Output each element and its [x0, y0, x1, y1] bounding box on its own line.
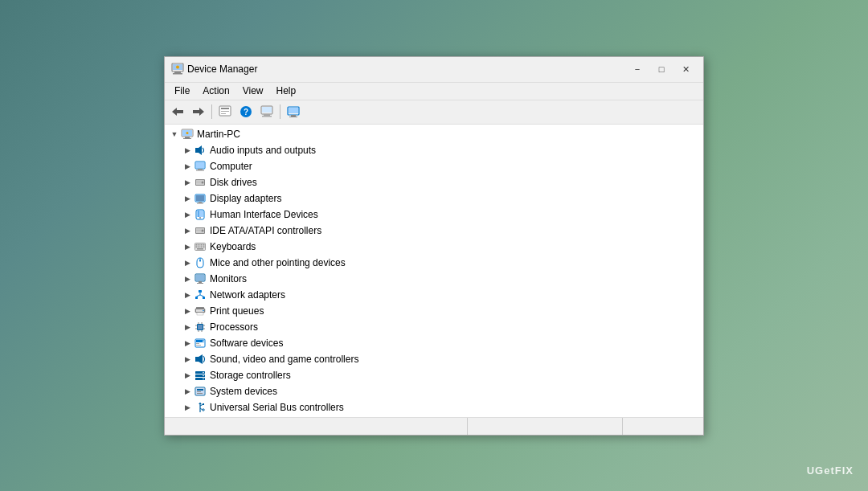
tree-item-processors[interactable]: ▶ Processors [165, 319, 703, 335]
svg-rect-101 [197, 391, 201, 392]
sound-chevron: ▶ [181, 353, 194, 366]
software-icon [194, 337, 207, 350]
root-chevron: ▼ [168, 128, 181, 141]
menu-help[interactable]: Help [270, 84, 303, 98]
device-tree[interactable]: ▼ Martin-PC ▶ [165, 125, 703, 417]
menu-view[interactable]: View [236, 84, 270, 98]
status-bar [165, 417, 703, 435]
svg-rect-16 [262, 116, 272, 117]
print-chevron: ▶ [181, 305, 194, 317]
processors-chevron: ▶ [181, 321, 194, 333]
print-label: Print queues [210, 305, 264, 317]
svg-rect-90 [195, 357, 199, 362]
tree-item-audio[interactable]: ▶ Audio inputs and outputs [165, 142, 703, 158]
svg-point-96 [203, 374, 204, 376]
tree-item-system[interactable]: ▶ System devices [165, 383, 703, 399]
toolbar-separator-2 [280, 104, 280, 119]
audio-chevron: ▶ [181, 144, 194, 157]
svg-rect-39 [197, 203, 203, 203]
sound-label: Sound, video and game controllers [210, 354, 358, 365]
system-chevron: ▶ [181, 385, 194, 398]
window-icon [171, 63, 184, 76]
display-chevron: ▶ [181, 192, 194, 205]
svg-rect-62 [199, 281, 202, 283]
tree-item-sound[interactable]: ▶ Sound, video and game controllers [165, 351, 703, 367]
show-devices-button[interactable] [284, 103, 303, 121]
maximize-button[interactable]: □ [650, 61, 673, 77]
audio-icon [194, 144, 207, 157]
svg-rect-30 [198, 169, 203, 170]
tree-item-display[interactable]: ▶ Display adapters [165, 190, 703, 207]
forward-button[interactable] [189, 103, 208, 121]
processors-icon [194, 321, 207, 333]
ide-chevron: ▶ [181, 224, 194, 237]
audio-label: Audio inputs and outputs [210, 145, 316, 156]
usb-icon [194, 401, 207, 414]
hid-icon [194, 208, 207, 221]
toolbar-separator-1 [211, 104, 212, 119]
svg-rect-66 [203, 297, 205, 299]
storage-icon [194, 369, 207, 382]
svg-rect-37 [196, 195, 204, 201]
tree-item-hid[interactable]: ▶ Human Interface Devices [165, 207, 703, 223]
svg-point-89 [203, 340, 204, 342]
menu-file[interactable]: File [168, 84, 196, 98]
sound-icon [194, 353, 207, 366]
tree-item-disk[interactable]: ▶ Disk drives [165, 174, 703, 190]
tree-item-keyboard[interactable]: ▶ Keyboards [165, 239, 703, 255]
svg-rect-49 [196, 244, 198, 246]
storage-label: Storage controllers [210, 370, 291, 381]
svg-rect-76 [198, 325, 203, 329]
svg-point-34 [202, 181, 204, 183]
tree-root[interactable]: ▼ Martin-PC [165, 126, 703, 142]
computer-chevron: ▶ [181, 160, 194, 173]
back-button[interactable] [168, 103, 187, 121]
svg-rect-26 [195, 148, 199, 153]
tree-item-ide[interactable]: ▶ IDE ATA/ATAPI controllers [165, 223, 703, 239]
tree-item-computer[interactable]: ▶ Computer [165, 158, 703, 174]
svg-text:?: ? [244, 108, 248, 117]
monitors-chevron: ▶ [181, 272, 194, 285]
svg-point-46 [202, 229, 204, 231]
tree-item-usb[interactable]: ▶ Universal Serial Bus controllers [165, 399, 703, 415]
svg-point-74 [203, 309, 204, 311]
properties-button[interactable] [215, 103, 235, 121]
close-button[interactable]: ✕ [674, 61, 697, 77]
svg-point-25 [186, 132, 189, 134]
minimize-button[interactable]: − [626, 61, 649, 77]
display-label: Display adapters [210, 193, 281, 204]
tree-item-mice[interactable]: ▶ Mice and other pointing devices [165, 255, 703, 271]
help-button[interactable]: ? [236, 103, 256, 121]
tree-item-monitors[interactable]: ▶ Monitors [165, 271, 703, 287]
svg-rect-100 [197, 389, 203, 391]
system-label: System devices [210, 386, 277, 397]
update-driver-button[interactable] [257, 103, 276, 121]
tree-item-software[interactable]: ▶ Software devices [165, 335, 703, 351]
svg-rect-52 [203, 244, 205, 246]
menu-bar: File Action View Help [165, 83, 703, 100]
svg-line-68 [197, 295, 201, 297]
display-icon [194, 192, 207, 205]
svg-marker-6 [193, 108, 204, 116]
svg-rect-73 [197, 313, 203, 315]
keyboard-icon [194, 240, 207, 253]
storage-chevron: ▶ [181, 369, 194, 382]
svg-rect-88 [196, 345, 201, 346]
network-chevron: ▶ [181, 288, 194, 301]
monitors-label: Monitors [210, 273, 247, 284]
svg-rect-1 [174, 72, 181, 73]
network-icon [194, 288, 207, 301]
tree-item-network[interactable]: ▶ Network adapters [165, 287, 703, 303]
svg-rect-47 [196, 230, 201, 231]
mice-label: Mice and other pointing devices [210, 257, 346, 268]
ide-icon [194, 224, 207, 237]
svg-rect-24 [183, 138, 191, 139]
tree-item-storage[interactable]: ▶ Storage controllers [165, 367, 703, 383]
tree-item-print[interactable]: ▶ Print queues [165, 303, 703, 319]
svg-rect-9 [221, 111, 229, 112]
software-chevron: ▶ [181, 337, 194, 350]
watermark: UGetFIX [807, 464, 854, 477]
disk-label: Disk drives [210, 177, 257, 188]
menu-action[interactable]: Action [196, 84, 235, 98]
svg-point-4 [176, 66, 179, 69]
